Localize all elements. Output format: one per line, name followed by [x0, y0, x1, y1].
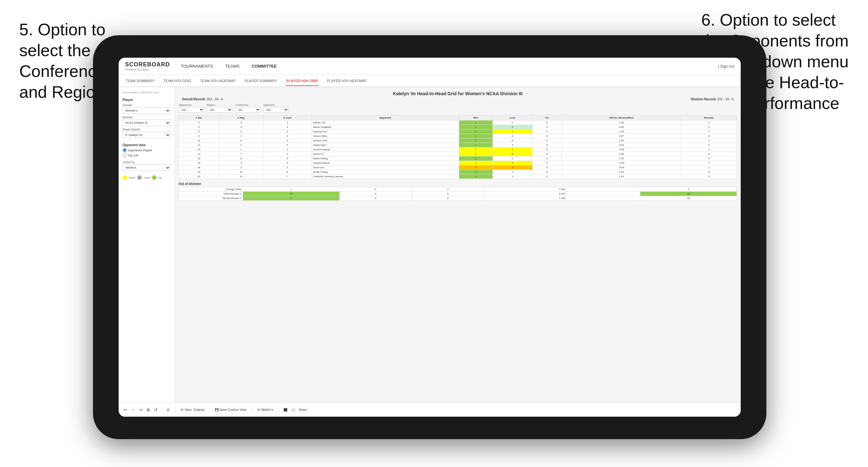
region-filter-select[interactable]: (All) [207, 107, 232, 113]
logo-sub: Powered by clippd [125, 68, 170, 71]
subnav-player-h2h-grid[interactable]: PLAYER H2H GRID [286, 76, 319, 86]
separator-2 [209, 407, 210, 413]
filter-row: Opponents: (All) Region (All) Conference [179, 103, 737, 113]
export-icon: ⬛ [283, 408, 287, 411]
radio-opponents-played[interactable]: Opponents Played [123, 148, 170, 152]
table-row: 1311 Jessica Huang 110-3.002 [179, 148, 737, 152]
subnav-team-summary[interactable]: TEAM SUMMARY [125, 76, 155, 86]
subnav-team-h2h-heatmap[interactable]: TEAM H2H HEATMAP [199, 76, 236, 86]
nav-committee[interactable]: COMMITTEE [250, 64, 278, 69]
table-row: 1636 Jessica Mason 120-0.947 [179, 161, 737, 165]
opponent-filter-group: Opponent (All) [263, 103, 289, 113]
col-win: Win [459, 115, 493, 121]
view-original-label: 👁 View: Original [181, 408, 204, 411]
print-icon: ⬜ [291, 408, 295, 411]
dot-icon: · [161, 407, 162, 412]
col-rounds: Rounds [681, 115, 737, 121]
toolbar-view-original[interactable]: 👁 View: Original [181, 408, 204, 411]
subnav-player-summary[interactable]: PLAYER SUMMARY [244, 76, 278, 86]
toolbar-back[interactable]: ← [131, 407, 135, 412]
data-panel: Katelyn Vo Head-to-Head Grid for Women's… [175, 87, 741, 403]
nav-items: TOURNAMENTS TEAMS COMMITTEE [180, 64, 718, 69]
table-row: 914 Sharon Mun 1003.673 [179, 134, 737, 138]
division-label: Division [123, 116, 170, 119]
legend-dot-level [137, 175, 142, 180]
toolbar-share[interactable]: Share [299, 408, 308, 411]
opponent-filter-select[interactable]: (All) [263, 107, 289, 113]
table-row: 1822 Euna Lee 030-5.002 [179, 165, 737, 170]
table-row: 1063 Andrea York 2004.004 [179, 138, 737, 143]
toolbar-refresh[interactable]: ↺ [154, 407, 157, 412]
last-updated: Last Updated: 27/03/2024 10:04 [123, 91, 170, 94]
nav-teams[interactable]: TEAMS [224, 64, 241, 69]
col-diff: Diff Av Strokes/Rnd [561, 115, 681, 121]
colour-section: Colour by Win/loss [123, 161, 170, 173]
toolbar-save-custom-view[interactable]: 💾 Save Custom View [215, 408, 247, 411]
logo-area: SCOREBOARD Powered by clippd [125, 61, 170, 71]
opponents-filter-label: Opponents: [179, 103, 204, 106]
legend: Down Level Up [123, 175, 170, 180]
toolbar-print[interactable]: ⬜ [291, 408, 295, 411]
undo-icon: ↩ [124, 407, 127, 412]
division-record: Division Record: 331 - 34 - 6 [691, 97, 734, 101]
table-row: 331 Esther Lee 1001.504 [179, 121, 737, 125]
radio-group: Opponents Played Top 100 [123, 148, 170, 157]
overall-record: Overall Record: 353 - 34 - 6 [182, 97, 223, 101]
player-rank-select[interactable]: 6. Katelyn Vo [123, 132, 170, 138]
colour-by-label: Colour by [123, 161, 170, 164]
toolbar-export[interactable]: ⬛ [283, 408, 287, 411]
clock-icon: ⊙ [166, 407, 170, 412]
out-of-division-table: Foreign Team 1004.5002 NAIA Division 1 1… [179, 187, 737, 200]
toolbar-undo[interactable]: ↩ [124, 407, 127, 412]
records-row: Overall Record: 353 - 34 - 6 Division Re… [179, 97, 737, 101]
legend-dot-down [123, 175, 127, 180]
table-row: 19106 Emily Chang 4100.3011 [179, 170, 737, 174]
colour-by-select[interactable]: Win/loss [123, 164, 170, 171]
legend-label-up: Up [158, 176, 162, 179]
table-row: 1474 Eunice Yi 2200.389 [179, 152, 737, 156]
opponents-filter-select[interactable]: (All) [179, 107, 204, 113]
left-panel: Last Updated: 27/03/2024 10:04 Player Ge… [119, 87, 175, 403]
col-opponent: Opponent [312, 115, 459, 121]
tablet-frame: SCOREBOARD Powered by clippd TOURNAMENTS… [93, 35, 766, 439]
redo-icon: ↪ [139, 407, 143, 412]
toolbar-dot[interactable]: · [161, 407, 162, 412]
opponent-filter-label: Opponent [263, 103, 289, 106]
opponent-view-title: Opponent view [123, 143, 170, 147]
table-row: 522 Alexis Sudjianto 1004.003 [179, 125, 737, 129]
col-conf: # Conf [263, 115, 312, 121]
sub-nav: TEAM SUMMARY TEAM H2H GRID TEAM H2H HEAT… [119, 75, 741, 87]
nav-bar: SCOREBOARD Powered by clippd TOURNAMENTS… [119, 58, 741, 75]
table-row: 633 Sydney Kuo 110-1.003 [179, 129, 737, 134]
back-icon: ← [131, 407, 135, 412]
table-row: 1585 Stella Cheng 1001.254 [179, 156, 737, 161]
conference-filter-select[interactable]: (All) [235, 107, 261, 113]
conference-filter-group: Conference (All) [235, 103, 261, 113]
toolbar-grid[interactable]: ⊞ [147, 407, 150, 412]
nav-sign-out[interactable]: | Sign out [718, 64, 734, 69]
player-rank-label: Player (Rank) [123, 128, 170, 131]
toolbar-clock[interactable]: ⊙ [166, 407, 170, 412]
division-select[interactable]: NCAA Division III [123, 120, 170, 126]
table-row: 1125 Heejo Hyun 1003.333 [179, 143, 737, 148]
logo-text: SCOREBOARD [125, 61, 170, 68]
separator-1 [175, 407, 176, 413]
legend-label-down: Down [129, 176, 135, 179]
share-label: Share [299, 408, 308, 411]
region-filter-group: Region (All) [207, 103, 232, 113]
main-data-table: # Div # Reg # Conf Opponent Win Loss Tie… [179, 115, 737, 179]
nav-tournaments[interactable]: TOURNAMENTS [180, 64, 214, 69]
gender-select[interactable]: Women's [123, 107, 170, 114]
subnav-player-h2h-heatmap[interactable]: PLAYER H2H HEATMAP [327, 76, 367, 86]
toolbar-redo[interactable]: ↪ [139, 407, 143, 412]
table-row: Foreign Team 1004.5002 [179, 187, 737, 192]
conference-filter-label: Conference [235, 103, 261, 106]
grid-icon: ⊞ [147, 407, 150, 412]
subnav-team-h2h-grid[interactable]: TEAM H2H GRID [163, 76, 192, 86]
col-loss: Loss [493, 115, 533, 121]
radio-top100[interactable]: Top 100 [123, 153, 170, 157]
save-custom-view-label: 💾 Save Custom View [215, 408, 247, 411]
separator-4 [278, 407, 278, 413]
toolbar-watch[interactable]: 👁 Watch ▾ [257, 408, 273, 411]
table-row: NCAA Division 2 5007.40010 [179, 196, 737, 200]
